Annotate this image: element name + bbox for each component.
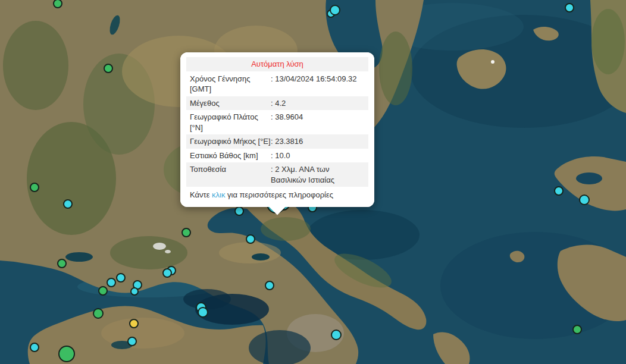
earthquake-marker[interactable] xyxy=(30,343,39,352)
earthquake-marker[interactable] xyxy=(330,5,340,15)
earthquake-marker[interactable] xyxy=(117,274,125,282)
earthquake-marker[interactable] xyxy=(64,200,72,208)
popup-title: Αυτόματη λύση xyxy=(186,57,368,71)
row-value: : 13/04/2024 16:54:09.32 xyxy=(271,74,365,95)
row-value: : 2 Χλμ. ΑΝΑ των Βασιλικών Ιστιαίας xyxy=(271,164,365,185)
popup-row-depth: Εστιακό Βάθος [km] : 10.0 xyxy=(186,149,368,163)
popup-row-latitude: Γεωγραφικό Πλάτος [°N] : 38.9604 xyxy=(186,110,368,134)
footer-text-post: για περισσότερες πληροφορίες xyxy=(225,190,333,199)
earthquake-marker[interactable] xyxy=(93,309,103,318)
popup-row-longitude: Γεωγραφικό Μήκος [°E] : 23.3816 xyxy=(186,134,368,149)
earthquake-marker[interactable] xyxy=(331,330,341,340)
earthquake-marker[interactable] xyxy=(573,325,581,334)
earthquake-marker[interactable] xyxy=(99,287,107,295)
popup-row-magnitude: Μέγεθος : 4.2 xyxy=(186,96,368,111)
row-label: Χρόνος Γέννησης [GMT] xyxy=(190,74,271,95)
earthquake-popup: Αυτόματη λύση Χρόνος Γέννησης [GMT] : 13… xyxy=(180,52,374,207)
popup-content: Αυτόματη λύση Χρόνος Γέννησης [GMT] : 13… xyxy=(180,52,374,207)
earthquake-marker[interactable] xyxy=(235,207,243,215)
earthquake-marker[interactable] xyxy=(198,307,208,317)
more-info-link[interactable]: κλικ xyxy=(212,190,225,199)
row-label: Γεωγραφικό Μήκος [°E] xyxy=(190,136,271,147)
row-value: : 10.0 xyxy=(271,150,365,161)
popup-row-location: Τοποθεσία : 2 Χλμ. ΑΝΑ των Βασιλικών Ιστ… xyxy=(186,162,368,187)
row-label: Εστιακό Βάθος [km] xyxy=(190,150,271,161)
earthquake-marker[interactable] xyxy=(182,228,190,237)
row-label: Τοποθεσία xyxy=(190,164,271,185)
footer-text-pre: Κάντε xyxy=(190,190,212,199)
row-label: Γεωγραφικό Πλάτος [°N] xyxy=(190,112,271,133)
popup-row-origin-time: Χρόνος Γέννησης [GMT] : 13/04/2024 16:54… xyxy=(186,72,368,96)
earthquake-marker[interactable] xyxy=(555,187,563,195)
earthquake-marker[interactable] xyxy=(54,0,62,8)
earthquake-marker[interactable] xyxy=(59,346,74,362)
earthquake-marker[interactable] xyxy=(246,235,255,243)
earthquake-marker[interactable] xyxy=(580,195,589,205)
earthquake-marker[interactable] xyxy=(131,288,138,295)
earthquake-marker[interactable] xyxy=(30,183,39,192)
earthquake-marker[interactable] xyxy=(565,4,574,12)
earthquake-marker[interactable] xyxy=(163,269,171,277)
row-value: : 38.9604 xyxy=(271,112,365,133)
earthquake-marker[interactable] xyxy=(128,337,136,346)
earthquake-marker[interactable] xyxy=(107,278,115,287)
row-value: : 23.3816 xyxy=(271,136,365,147)
earthquake-marker[interactable] xyxy=(58,259,66,268)
popup-footer: Κάντε κλικ για περισσότερες πληροφορίες xyxy=(186,187,368,201)
earthquake-marker[interactable] xyxy=(104,64,112,73)
row-label: Μέγεθος xyxy=(190,98,271,109)
map-screenshot: Αυτόματη λύση Χρόνος Γέννησης [GMT] : 13… xyxy=(0,0,626,364)
earthquake-marker[interactable] xyxy=(265,281,274,290)
earthquake-marker[interactable] xyxy=(130,319,138,328)
row-value: : 4.2 xyxy=(271,98,365,109)
